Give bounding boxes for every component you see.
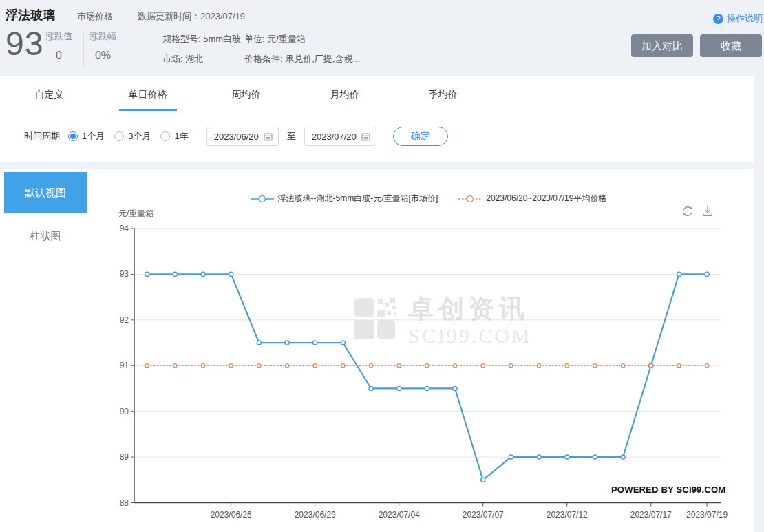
chart-panel: 默认视图 柱状图 浮法玻璃--湖北-5mm白玻-元/重量箱[市场价] 2023/… — [0, 169, 754, 532]
update-time-label: 数据更新时间： — [138, 11, 200, 21]
help-link-label: 操作说明 — [727, 12, 763, 25]
confirm-button[interactable]: 确定 — [393, 127, 448, 146]
svg-text:2023/06/26: 2023/06/26 — [211, 510, 252, 520]
svg-text:2023/07/19: 2023/07/19 — [686, 510, 728, 520]
legend-label: 2023/06/20~2023/07/19平均价格 — [486, 193, 606, 204]
radio-3-month-label: 3个月 — [128, 130, 151, 142]
svg-text:92: 92 — [120, 315, 129, 325]
page-title: 浮法玻璃 — [6, 7, 55, 23]
legend-item-average-price[interactable]: 2023/06/20~2023/07/19平均价格 — [458, 193, 606, 204]
spec-column-1: 规格型号: 5mm白玻 市场: 湖北 — [162, 29, 241, 69]
svg-text:2023/07/04: 2023/07/04 — [379, 510, 420, 520]
svg-text:89: 89 — [120, 452, 129, 462]
svg-text:2023/07/12: 2023/07/12 — [547, 510, 588, 520]
calendar-icon — [361, 132, 370, 141]
dashed-line-marker-icon — [458, 195, 482, 203]
favorite-button[interactable]: 收藏 — [700, 34, 762, 57]
change-percent-label: 涨跌幅 — [89, 30, 116, 43]
radio-1-month[interactable]: 1个月 — [68, 130, 105, 142]
calendar-icon — [264, 132, 273, 141]
tab-bar: 自定义 单日价格 周均价 月均价 季均价 — [0, 76, 754, 111]
spec-model: 规格型号: 5mm白玻 — [162, 29, 241, 49]
sidebar-item-default-view[interactable]: 默认视图 — [4, 172, 87, 213]
tabs-filter-panel: 自定义 单日价格 周均价 月均价 季均价 时间周期 1个月 3个月 1年 202… — [0, 76, 754, 162]
svg-text:90: 90 — [120, 407, 129, 416]
change-value: 0 — [45, 50, 72, 62]
title-row: 浮法玻璃 市场价格 数据更新时间：2023/07/19 — [6, 7, 245, 23]
change-value-label: 涨跌值 — [45, 30, 72, 43]
radio-3-month[interactable]: 3个月 — [114, 130, 151, 142]
download-icon[interactable] — [701, 205, 714, 217]
period-label: 时间周期 — [24, 130, 60, 142]
svg-text:88: 88 — [120, 498, 129, 508]
add-compare-button[interactable]: 加入对比 — [631, 34, 693, 57]
update-time-value: 2023/07/19 — [200, 11, 245, 21]
help-link[interactable]: ? 操作说明 — [713, 12, 763, 25]
change-percent-block: 涨跌幅 0% — [89, 30, 116, 62]
svg-text:2023/07/07: 2023/07/07 — [463, 510, 504, 520]
end-date-input[interactable]: 2023/07/20 — [304, 127, 376, 146]
svg-text:94: 94 — [120, 224, 129, 233]
app-root: 浮法玻璃 市场价格 数据更新时间：2023/07/19 ? 操作说明 93 涨跌… — [0, 0, 764, 532]
end-date-value: 2023/07/20 — [312, 131, 357, 142]
radio-icon — [114, 131, 124, 141]
question-circle-icon: ? — [713, 14, 723, 24]
tab-daily-price[interactable]: 单日价格 — [98, 76, 197, 111]
spec-condition: 价格条件: 承兑价,厂提,含税... — [244, 49, 360, 69]
sidebar-item-bar-chart[interactable]: 柱状图 — [4, 228, 87, 244]
spec-unit: 单位: 元/重量箱 — [244, 29, 360, 49]
current-price: 93 — [6, 25, 43, 63]
start-date-input[interactable]: 2023/06/20 — [206, 127, 279, 146]
radio-1-year-label: 1年 — [174, 130, 188, 142]
update-time: 数据更新时间：2023/07/19 — [138, 10, 245, 23]
svg-text:2023/07/17: 2023/07/17 — [630, 510, 672, 520]
price-category-label: 市场价格 — [77, 10, 113, 23]
svg-text:91: 91 — [120, 361, 129, 370]
tab-monthly-avg[interactable]: 月均价 — [295, 76, 394, 111]
legend-label: 浮法玻璃--湖北-5mm白玻-元/重量箱[市场价] — [278, 193, 438, 204]
tab-custom[interactable]: 自定义 — [0, 76, 98, 111]
divider — [83, 33, 84, 66]
product-header: 浮法玻璃 市场价格 数据更新时间：2023/07/19 ? 操作说明 93 涨跌… — [0, 0, 764, 76]
change-percent-value: 0% — [89, 50, 116, 62]
legend-item-market-price[interactable]: 浮法玻璃--湖北-5mm白玻-元/重量箱[市场价] — [251, 193, 438, 204]
start-date-value: 2023/06/20 — [214, 131, 259, 142]
chart-toolbar — [681, 205, 714, 217]
spec-market: 市场: 湖北 — [162, 49, 241, 69]
y-axis-unit-label: 元/重量箱 — [118, 208, 153, 220]
line-marker-icon — [251, 195, 274, 203]
radio-icon — [68, 131, 78, 141]
filter-row: 时间周期 1个月 3个月 1年 2023/06/20 至 2023/07/20 — [0, 111, 754, 161]
radio-icon — [160, 131, 170, 141]
tab-quarterly-avg[interactable]: 季均价 — [394, 76, 492, 111]
date-range-to-label: 至 — [287, 130, 296, 142]
chart-legend: 浮法玻璃--湖北-5mm白玻-元/重量箱[市场价] 2023/06/20~202… — [103, 193, 754, 204]
radio-1-month-label: 1个月 — [82, 130, 105, 142]
spec-column-2: 单位: 元/重量箱 价格条件: 承兑价,厂提,含税... — [244, 29, 360, 69]
svg-text:93: 93 — [120, 269, 129, 279]
powered-by-label: POWERED BY SCI99.COM — [611, 485, 725, 495]
tab-weekly-avg[interactable]: 周均价 — [197, 76, 295, 111]
change-value-block: 涨跌值 0 — [45, 30, 72, 62]
refresh-icon[interactable] — [681, 205, 694, 217]
radio-1-year[interactable]: 1年 — [160, 130, 188, 142]
svg-text:2023/06/29: 2023/06/29 — [295, 510, 336, 520]
